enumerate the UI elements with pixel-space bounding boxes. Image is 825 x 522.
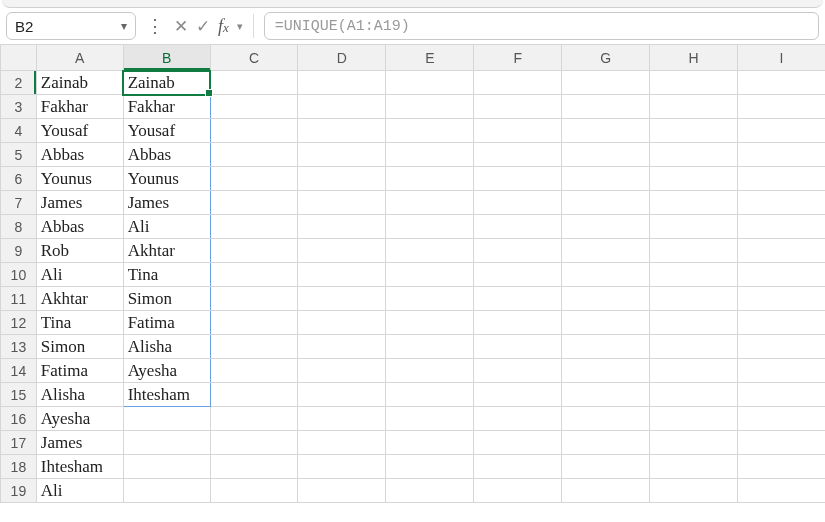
cell-E15[interactable] xyxy=(386,383,474,407)
cell-E8[interactable] xyxy=(386,215,474,239)
cell-A19[interactable]: Ali xyxy=(36,479,123,503)
cell-F4[interactable] xyxy=(474,119,562,143)
cell-F14[interactable] xyxy=(474,359,562,383)
cell-F12[interactable] xyxy=(474,311,562,335)
cell-A5[interactable]: Abbas xyxy=(36,143,123,167)
cell-H10[interactable] xyxy=(650,263,738,287)
cell-F19[interactable] xyxy=(474,479,562,503)
cell-H3[interactable] xyxy=(650,95,738,119)
select-all-corner[interactable] xyxy=(1,45,37,71)
cell-C10[interactable] xyxy=(210,263,298,287)
cell-H13[interactable] xyxy=(650,335,738,359)
cell-C8[interactable] xyxy=(210,215,298,239)
cell-B16[interactable] xyxy=(123,407,210,431)
cell-B4[interactable]: Yousaf xyxy=(123,119,210,143)
row-header-3[interactable]: 3 xyxy=(1,95,37,119)
cell-H7[interactable] xyxy=(650,191,738,215)
cell-G10[interactable] xyxy=(562,263,650,287)
cell-B18[interactable] xyxy=(123,455,210,479)
cell-F16[interactable] xyxy=(474,407,562,431)
cell-F8[interactable] xyxy=(474,215,562,239)
cell-H19[interactable] xyxy=(650,479,738,503)
cell-B2[interactable]: Zainab xyxy=(123,71,210,95)
cell-A6[interactable]: Younus xyxy=(36,167,123,191)
cell-I4[interactable] xyxy=(737,119,825,143)
cell-G14[interactable] xyxy=(562,359,650,383)
cell-B7[interactable]: James xyxy=(123,191,210,215)
cell-G13[interactable] xyxy=(562,335,650,359)
cell-D12[interactable] xyxy=(298,311,386,335)
enter-icon[interactable]: ✓ xyxy=(196,16,210,37)
cell-D11[interactable] xyxy=(298,287,386,311)
cell-C6[interactable] xyxy=(210,167,298,191)
cell-A4[interactable]: Yousaf xyxy=(36,119,123,143)
cell-E11[interactable] xyxy=(386,287,474,311)
cell-I14[interactable] xyxy=(737,359,825,383)
col-header-D[interactable]: D xyxy=(298,45,386,71)
cell-C16[interactable] xyxy=(210,407,298,431)
cell-F3[interactable] xyxy=(474,95,562,119)
cell-D18[interactable] xyxy=(298,455,386,479)
row-header-16[interactable]: 16 xyxy=(1,407,37,431)
cell-D9[interactable] xyxy=(298,239,386,263)
cell-F13[interactable] xyxy=(474,335,562,359)
cell-H14[interactable] xyxy=(650,359,738,383)
cell-E2[interactable] xyxy=(386,71,474,95)
cell-E7[interactable] xyxy=(386,191,474,215)
cell-I2[interactable] xyxy=(737,71,825,95)
col-header-B[interactable]: B xyxy=(123,45,210,71)
cell-I11[interactable] xyxy=(737,287,825,311)
cell-B9[interactable]: Akhtar xyxy=(123,239,210,263)
cell-F18[interactable] xyxy=(474,455,562,479)
cell-A18[interactable]: Ihtesham xyxy=(36,455,123,479)
col-header-C[interactable]: C xyxy=(210,45,298,71)
cell-I12[interactable] xyxy=(737,311,825,335)
cell-I10[interactable] xyxy=(737,263,825,287)
col-header-F[interactable]: F xyxy=(474,45,562,71)
cancel-icon[interactable]: ✕ xyxy=(174,16,188,37)
name-box[interactable]: B2 ▾ xyxy=(6,12,136,40)
cell-B19[interactable] xyxy=(123,479,210,503)
cell-D5[interactable] xyxy=(298,143,386,167)
cell-A7[interactable]: James xyxy=(36,191,123,215)
cell-H12[interactable] xyxy=(650,311,738,335)
chevron-down-icon[interactable]: ▾ xyxy=(121,19,127,33)
cell-E10[interactable] xyxy=(386,263,474,287)
cell-A17[interactable]: James xyxy=(36,431,123,455)
cell-E17[interactable] xyxy=(386,431,474,455)
cell-H2[interactable] xyxy=(650,71,738,95)
cell-G18[interactable] xyxy=(562,455,650,479)
row-header-13[interactable]: 13 xyxy=(1,335,37,359)
cell-H11[interactable] xyxy=(650,287,738,311)
cell-I9[interactable] xyxy=(737,239,825,263)
cell-G6[interactable] xyxy=(562,167,650,191)
row-header-19[interactable]: 19 xyxy=(1,479,37,503)
cell-I19[interactable] xyxy=(737,479,825,503)
cell-B17[interactable] xyxy=(123,431,210,455)
cell-A11[interactable]: Akhtar xyxy=(36,287,123,311)
row-header-12[interactable]: 12 xyxy=(1,311,37,335)
cell-A12[interactable]: Tina xyxy=(36,311,123,335)
row-header-10[interactable]: 10 xyxy=(1,263,37,287)
cell-G3[interactable] xyxy=(562,95,650,119)
cell-C9[interactable] xyxy=(210,239,298,263)
cell-E19[interactable] xyxy=(386,479,474,503)
cell-B11[interactable]: Simon xyxy=(123,287,210,311)
cell-D13[interactable] xyxy=(298,335,386,359)
cell-A14[interactable]: Fatima xyxy=(36,359,123,383)
cell-D6[interactable] xyxy=(298,167,386,191)
cell-E13[interactable] xyxy=(386,335,474,359)
cell-C2[interactable] xyxy=(210,71,298,95)
cell-D10[interactable] xyxy=(298,263,386,287)
cell-F6[interactable] xyxy=(474,167,562,191)
row-header-6[interactable]: 6 xyxy=(1,167,37,191)
cell-G2[interactable] xyxy=(562,71,650,95)
cell-I7[interactable] xyxy=(737,191,825,215)
cell-E18[interactable] xyxy=(386,455,474,479)
cell-F7[interactable] xyxy=(474,191,562,215)
vertical-dots-icon[interactable]: ⋮ xyxy=(142,17,168,35)
cell-E9[interactable] xyxy=(386,239,474,263)
cell-D14[interactable] xyxy=(298,359,386,383)
cell-I8[interactable] xyxy=(737,215,825,239)
cell-A2[interactable]: Zainab xyxy=(36,71,123,95)
